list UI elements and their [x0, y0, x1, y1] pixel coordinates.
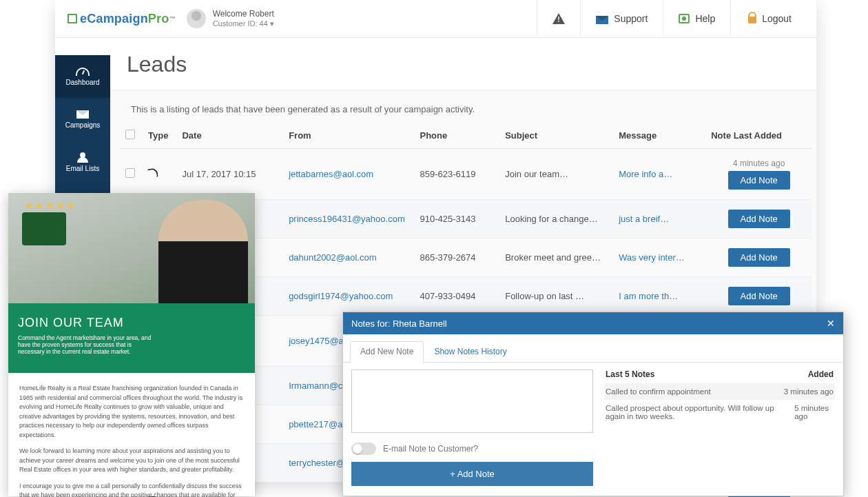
logout-label: Logout [762, 13, 792, 24]
table-row[interactable]: Jul 17, 2017 10:15jettabarnes@aol.com859… [120, 149, 812, 200]
cell-note: Add Note [705, 277, 812, 316]
cell-subject: Join our team… [499, 149, 613, 200]
logo-mark-icon [68, 14, 77, 23]
logo-text-pro: Pro [148, 12, 169, 26]
customer-id[interactable]: Customer ID: 44 ▾ [213, 19, 274, 29]
dialog-body: E-mail Note to Customer? + Add Note Last… [343, 363, 843, 493]
cell-message-link[interactable]: Was very inter… [619, 252, 685, 263]
cell-note: 4 minutes agoAdd Note [705, 149, 812, 200]
add-note-button[interactable]: + Add Note [351, 462, 593, 486]
row-checkbox[interactable] [125, 168, 135, 178]
sidebar-label-campaigns: Campaigns [65, 121, 101, 129]
cell-phone: 910-425-3143 [414, 200, 499, 239]
email-note-row: E-mail Note to Customer? [351, 443, 593, 455]
user-avatar[interactable] [187, 9, 206, 28]
cell-phone: 865-379-2674 [414, 239, 499, 277]
page-title: Leads [110, 38, 816, 90]
flyer-preview: ★★★★★ JOIN OUR TEAM Command the Agent ma… [8, 193, 255, 496]
welcome-name: Welcome Robert [213, 9, 274, 19]
added-label: Added [808, 369, 834, 379]
col-header-subject[interactable]: Subject [499, 120, 613, 149]
note-row: Called to confirm appointment3 minutes a… [604, 383, 835, 400]
sidebar-item-campaigns[interactable]: Campaigns [55, 98, 110, 141]
flyer-headline: JOIN OUR TEAM [18, 316, 245, 330]
topbar: e Campaign Pro ™ Welcome Robert Customer… [55, 0, 816, 38]
col-header-from[interactable]: From [283, 120, 414, 149]
col-header-message[interactable]: Message [613, 120, 705, 149]
col-header-phone[interactable]: Phone [414, 120, 499, 149]
cell-phone: 407-933-0494 [414, 277, 499, 316]
sidebar-item-dashboard[interactable]: Dashboard [55, 55, 110, 98]
last5-label: Last 5 Notes [606, 369, 654, 379]
cell-from-link[interactable]: princess196431@yahoo.com [289, 214, 405, 224]
note-time: 4 minutes ago [711, 159, 807, 168]
sidebar-item-email-lists[interactable]: Email Lists [55, 141, 110, 183]
tab-add-note[interactable]: Add New Note [350, 341, 424, 363]
cell-from-link[interactable]: jettabarnes@aol.com [289, 169, 373, 179]
add-note-row-button[interactable]: Add Note [728, 287, 790, 305]
sidebar-label-dashboard: Dashboard [66, 79, 100, 86]
logo-text-campaign: Campaign [87, 12, 148, 26]
welcome-block: Welcome Robert Customer ID: 44 ▾ [213, 9, 274, 29]
flyer-p1: HomeLife Realty is a Real Estate franchi… [19, 384, 244, 440]
cell-subject: Looking for a change… [499, 200, 613, 239]
support-button[interactable]: Support [580, 0, 663, 38]
logo-tm: ™ [169, 15, 175, 22]
flyer-subhead: Command the Agent marketshare in your ar… [18, 334, 156, 355]
cell-date: Jul 17, 2017 10:15 [176, 149, 283, 200]
flyer-badge [22, 212, 66, 245]
note-text: Called prospect about opportunity. Will … [606, 404, 794, 420]
col-header-date[interactable]: Date [176, 120, 283, 149]
alerts-button[interactable] [537, 0, 580, 38]
help-label: Help [695, 13, 715, 24]
support-label: Support [614, 13, 648, 24]
lock-icon [748, 17, 756, 23]
envelope-icon [596, 16, 608, 24]
note-age: 3 minutes ago [784, 387, 834, 396]
top-nav: Support Help Logout [537, 0, 807, 38]
help-button[interactable]: Help [663, 0, 730, 38]
flyer-p2: We look forward to learning more about y… [19, 447, 244, 475]
phone-icon [147, 168, 158, 179]
note-textarea[interactable] [351, 369, 593, 433]
dashboard-icon [76, 68, 90, 76]
dialog-title: Notes for: Rheta Barnell [351, 318, 447, 329]
cell-subject: Follow-up on last … [499, 277, 613, 316]
note-text: Called to confirm appointment [606, 387, 711, 396]
add-note-row-button[interactable]: Add Note [728, 248, 790, 267]
select-all-checkbox[interactable] [125, 130, 135, 139]
tab-notes-history[interactable]: Show Notes History [424, 341, 517, 362]
cell-message-link[interactable]: just a breif… [619, 214, 669, 224]
dialog-header: Notes for: Rheta Barnell ✕ [343, 312, 843, 334]
flyer-hero: ★★★★★ [8, 193, 255, 303]
dialog-tabs: Add New Note Show Notes History [343, 334, 843, 363]
stars-icon: ★★★★★ [25, 200, 76, 211]
cell-message-link[interactable]: I am more th… [619, 291, 678, 301]
users-icon [76, 152, 90, 162]
dialog-left: E-mail Note to Customer? + Add Note [351, 369, 593, 486]
col-header-type[interactable]: Type [143, 120, 176, 149]
note-age: 5 minutes ago [794, 404, 834, 420]
campaigns-icon [76, 110, 89, 119]
cell-message-link[interactable]: More info a… [619, 169, 672, 179]
cell-from-link[interactable]: dahunt2002@aol.com [289, 252, 376, 263]
warning-icon [552, 13, 565, 24]
page-intro: This is a listing of leads that have bee… [110, 90, 816, 120]
logo[interactable]: e Campaign Pro ™ [68, 12, 176, 26]
dialog-close-button[interactable]: ✕ [827, 318, 835, 329]
cell-phone: 859-623-6119 [414, 149, 499, 200]
add-note-row-button[interactable]: Add Note [728, 210, 790, 228]
col-header-note[interactable]: Note Last Added [705, 120, 812, 149]
logout-button[interactable]: Logout [730, 0, 807, 38]
cell-note: Add Note [705, 200, 812, 239]
email-note-label: E-mail Note to Customer? [383, 444, 478, 454]
cell-from-link[interactable]: godsgirl1974@yahoo.com [289, 291, 393, 301]
cell-subject: Broker meet and gree… [499, 239, 613, 277]
email-note-toggle[interactable] [351, 443, 376, 455]
flyer-body: HomeLife Realty is a Real Estate franchi… [8, 373, 255, 497]
flyer-band: JOIN OUR TEAM Command the Agent marketsh… [8, 303, 255, 373]
add-note-row-button[interactable]: Add Note [728, 171, 790, 190]
medkit-icon [679, 14, 690, 23]
sidebar-label-emaillists: Email Lists [66, 165, 99, 172]
note-row: Called prospect about opportunity. Will … [604, 400, 835, 425]
